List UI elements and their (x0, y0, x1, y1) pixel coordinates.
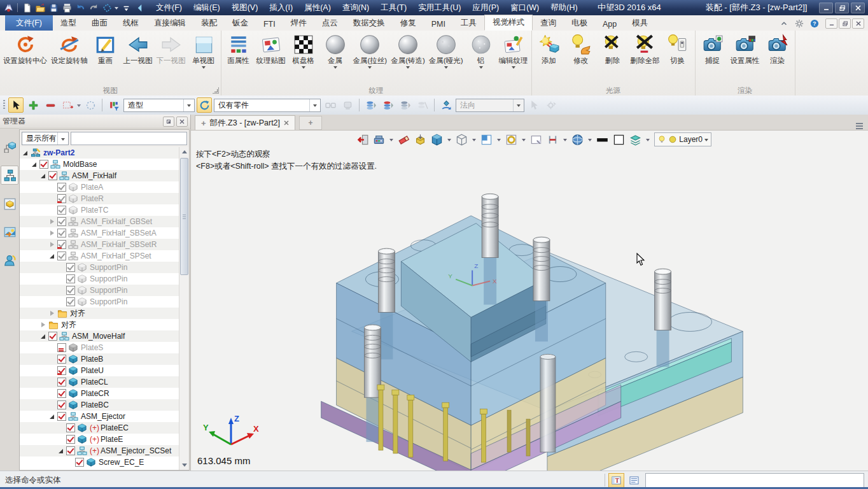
tree-row-PlateB[interactable]: PlateB (20, 353, 179, 365)
status-command-input[interactable] (645, 473, 864, 488)
ribbon-tab-钣金[interactable]: 钣金 (225, 15, 256, 31)
ribbon-button-捕捉[interactable]: 捕捉 (697, 31, 729, 66)
menu-item[interactable]: 视图(V) (226, 0, 264, 15)
tree-row-PlateR[interactable]: PlateR (20, 193, 179, 204)
assembly-machine-icon[interactable] (373, 134, 385, 146)
ribbon-tab-App[interactable]: App (595, 17, 624, 31)
tree-filter-dropdown[interactable]: 显示所有 (22, 132, 69, 145)
dropdown-caret[interactable] (333, 66, 337, 69)
wireframe-cube-icon[interactable] (456, 134, 468, 146)
ribbon-tab-修复[interactable]: 修复 (393, 15, 424, 31)
stack-all-icon[interactable] (363, 97, 379, 113)
line-width-icon[interactable] (596, 134, 608, 146)
ribbon-tab-FTI[interactable]: FTI (256, 17, 283, 31)
paste-box-icon[interactable] (414, 134, 426, 146)
ribbon-button-渲染[interactable]: 渲染 (762, 31, 794, 66)
scrollbar-track[interactable] (179, 157, 189, 460)
collapse-left-icon[interactable] (134, 3, 145, 13)
ribbon-button-上一视图[interactable]: 上一视图 (122, 31, 155, 66)
tree-row-ASM_FixHalf_SPSet[interactable]: ASM_FixHalf_SPSet (20, 250, 179, 262)
save-icon[interactable] (48, 3, 59, 13)
visibility-checkbox[interactable] (57, 355, 66, 364)
dialog-launcher[interactable] (213, 87, 219, 94)
ribbon-button-铝[interactable]: 铝 (465, 31, 497, 70)
ribbon-tab-查询[interactable]: 查询 (533, 15, 564, 31)
visibility-checkbox[interactable] (57, 343, 66, 352)
tree-expander[interactable] (31, 161, 38, 168)
tree-expander[interactable] (22, 150, 29, 157)
restore-button[interactable] (835, 3, 849, 13)
tree-row-zw-Part2[interactable]: zw-Part2 (20, 147, 179, 159)
dropdown-caret[interactable] (479, 66, 483, 69)
tree-row-PlateEC[interactable]: (+)PlateEC (20, 422, 179, 434)
stack-list-icon[interactable] (398, 97, 413, 113)
ribbon-tab-直接编辑[interactable]: 直接编辑 (146, 15, 193, 31)
tree-expander[interactable] (49, 310, 56, 317)
scrollbar-thumb[interactable] (180, 158, 188, 275)
tree-search-input[interactable] (71, 132, 187, 145)
tree-row-ASM_Ejector_SCSet[interactable]: (+)ASM_Ejector_SCSet (20, 445, 179, 457)
stack-active-icon[interactable] (381, 97, 396, 113)
visibility-checkbox[interactable] (57, 183, 66, 192)
ribbon-tab-焊件[interactable]: 焊件 (283, 15, 314, 31)
tree-row-PlateA[interactable]: PlateA (20, 181, 179, 193)
globe-icon[interactable] (571, 134, 584, 146)
ribbon-button-设置属性[interactable]: 设置属性 (729, 31, 762, 66)
tree-row-SupportPin[interactable]: SupportPin (20, 296, 179, 308)
menu-item[interactable]: 查询(N) (337, 0, 375, 15)
mini-window-icon[interactable] (530, 134, 542, 146)
tab-close-icon[interactable] (284, 120, 289, 125)
add-entity-icon[interactable] (25, 97, 41, 113)
menu-item[interactable]: 实用工具(U) (412, 0, 466, 15)
visibility-checkbox[interactable] (66, 274, 75, 283)
visibility-checkbox[interactable] (57, 400, 66, 409)
visibility-checkbox[interactable] (66, 423, 75, 432)
status-command-echo-button[interactable]: T (608, 473, 624, 488)
tree-row-ASM_FixHalf_SBSetA[interactable]: ASM_FixHalf_SBSetA (20, 227, 179, 239)
tree-row-ASM_Ejector[interactable]: ASM_Ejector (20, 411, 179, 422)
manager-float-button[interactable] (163, 117, 174, 127)
visibility-checkbox[interactable] (57, 366, 66, 375)
tree-row-PlateS[interactable]: PlateS (20, 342, 179, 353)
visibility-checkbox[interactable] (57, 252, 66, 260)
marquee-select-icon[interactable] (60, 97, 75, 113)
tree-row-PlateCL[interactable]: PlateCL (20, 376, 179, 388)
dropdown-caret[interactable] (406, 66, 410, 69)
ribbon-button-重画[interactable]: 重画 (90, 31, 122, 66)
visibility-checkbox[interactable] (66, 446, 75, 455)
visibility-checkbox[interactable] (57, 240, 66, 249)
visibility-checkbox[interactable] (57, 217, 66, 226)
redo-icon[interactable] (88, 3, 99, 13)
ribbon-button-单视图[interactable]: 单视图 (188, 31, 220, 70)
lasso-select-icon[interactable] (83, 97, 98, 113)
visibility-checkbox[interactable] (57, 412, 66, 421)
manager-close-button[interactable] (176, 117, 188, 127)
visibility-checkbox[interactable] (39, 160, 48, 169)
menu-item[interactable]: 应用(P) (466, 0, 505, 15)
menu-item[interactable]: 工具(T) (375, 0, 412, 15)
tree-row-PlateCR[interactable]: PlateCR (20, 388, 179, 399)
collapse-ribbon-icon[interactable] (780, 19, 788, 28)
tree-row-SupportPin[interactable]: SupportPin (20, 285, 179, 296)
ribbon-tab-数据交换[interactable]: 数据交换 (346, 15, 393, 31)
filter-icon[interactable] (106, 97, 122, 113)
tree-row-对齐[interactable]: 对齐 (20, 319, 179, 330)
tree-row-ASM_FixHalf_SBSetR[interactable]: ASM_FixHalf_SBSetR (20, 239, 179, 250)
visibility-checkbox[interactable] (57, 378, 66, 386)
tree-row-PlateE[interactable]: (+)PlateE (20, 434, 179, 445)
ribbon-tab-视觉样式[interactable]: 视觉样式 (484, 15, 533, 31)
dropdown-caret[interactable] (302, 66, 305, 69)
visibility-checkbox[interactable] (57, 229, 66, 237)
ribbon-tab-文件(F)[interactable]: 文件(F) (5, 15, 53, 31)
ribbon-tab-曲面[interactable]: 曲面 (84, 15, 115, 31)
minimize-button[interactable] (819, 3, 833, 13)
menu-item[interactable]: 插入(I) (263, 0, 298, 15)
open-file-icon[interactable] (34, 3, 46, 13)
menu-item[interactable]: 窗口(W) (505, 0, 545, 15)
dropdown-caret[interactable] (202, 66, 206, 69)
visibility-checkbox[interactable] (75, 458, 84, 467)
section-icon[interactable] (547, 134, 559, 146)
tree-row-PlateBC[interactable]: PlateBC (20, 399, 179, 411)
select-cursor-icon[interactable] (8, 97, 24, 113)
document-tab[interactable]: + 部件.Z3 - [zw-Part2] (195, 115, 295, 130)
